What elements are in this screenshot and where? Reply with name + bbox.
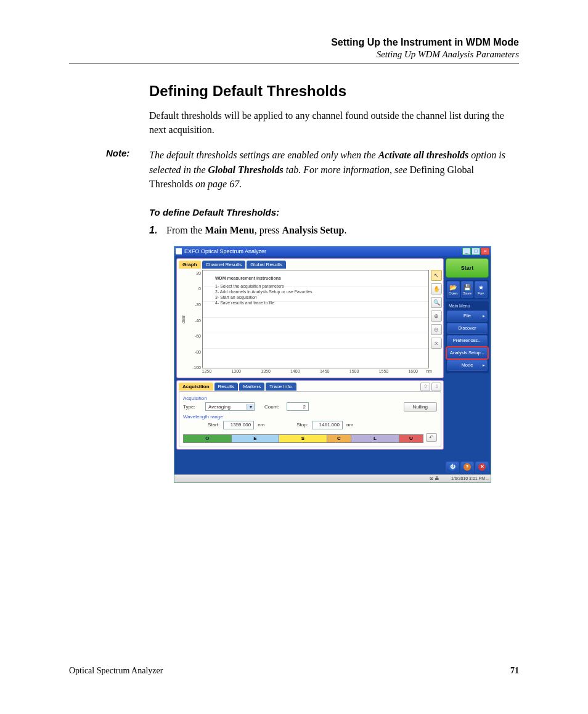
power-button[interactable]: ⏻ [446,461,459,473]
status-icon-print[interactable]: 🖶 [435,476,439,481]
star-icon: ★ [478,284,484,291]
xtick: 1400 [290,369,300,373]
screenshot-window: EXFO Optical Spectrum Analyzer _ □ × Gra… [174,246,491,483]
chevron-right-icon: ▸ [483,314,485,318]
file-action-bar: 📂Open 💾Save ★Fav. [446,280,489,299]
open-button[interactable]: 📂Open [447,281,460,298]
menu-mode[interactable]: Mode▸ [447,360,488,371]
note-bold: Global Thresholds [208,164,284,175]
start-button[interactable]: Start [446,258,489,278]
hand-tool-icon[interactable]: ✋ [431,283,442,294]
close-button[interactable]: × [481,248,489,255]
ytick: -40 [195,318,201,322]
zoom-tool-icon[interactable]: 🔍 [431,297,442,308]
tab-graph[interactable]: Graph [179,261,201,269]
note-text: tab. For more information, see [284,164,410,175]
stop-unit: nm [346,422,353,428]
main-menu-header: Main Menu [447,302,488,309]
marker-tool-icon[interactable]: ⨯ [431,338,442,349]
acquisition-group-label: Acquisition [183,396,437,401]
panel-down-icon[interactable]: ⇩ [431,383,441,391]
xtick: 1600 [408,369,418,373]
stop-label: Stop: [296,422,308,428]
tab-results[interactable]: Results [214,383,239,391]
x-axis-unit: nm [426,369,432,373]
tab-markers[interactable]: Markers [239,383,264,391]
tab-global-results[interactable]: Global Results [247,261,286,269]
start-input[interactable]: 1359.000 [223,421,254,429]
type-combo[interactable]: Averaging ▾ [205,402,255,411]
start-unit: nm [258,422,264,428]
y-axis-unit: dBm [179,270,187,368]
menu-file[interactable]: File▸ [447,310,488,322]
band-e[interactable]: E [232,434,280,443]
menu-discover[interactable]: Discover [447,323,488,334]
xtick: 1500 [349,369,359,373]
x-axis-ticks: 1250 1300 1350 1400 1450 1500 1550 1600 … [202,368,429,376]
xtick: 1550 [379,369,389,373]
band-l[interactable]: L [351,434,399,443]
nulling-button[interactable]: Nulling [404,402,437,412]
step-bold: Analysis Setup [282,225,345,235]
xtick: 1350 [261,369,271,373]
folder-open-icon: 📂 [449,284,457,291]
zoom-in-icon[interactable]: ⊕ [431,310,442,322]
help-button[interactable]: ? [460,461,474,473]
note-body: The default thresholds settings are enab… [149,148,519,191]
menu-analysis-setup[interactable]: Analysis Setup... [447,347,488,359]
exit-button[interactable]: ✕ [475,461,489,473]
window-title: EXFO Optical Spectrum Analyzer [184,248,266,254]
procedure-title: To define Default Thresholds: [149,207,519,217]
minimize-button[interactable]: _ [462,248,471,255]
footer-page-number: 71 [510,666,519,676]
status-timestamp: 1/6/2010 3:01 PM [451,476,485,481]
maximize-button[interactable]: □ [472,248,480,255]
undo-range-icon[interactable]: ↶ [426,433,437,442]
type-label: Type: [183,404,202,410]
tab-channel-results[interactable]: Channel Results [202,261,246,269]
step-text: . [344,225,346,235]
note-block: Note: The default thresholds settings ar… [106,148,519,191]
step-text: , press [255,225,282,235]
instr-line: 1- Select the acquisition parameters [215,283,312,289]
type-value: Averaging [206,404,233,410]
pointer-tool-icon[interactable]: ↖ [431,270,442,281]
save-label: Save [463,291,472,295]
status-icon-keyboard[interactable]: ⊠ [430,476,433,481]
app-icon [176,248,182,254]
step-1: 1. From the Main Menu, press Analysis Se… [149,225,519,236]
note-label: Note: [106,148,149,158]
favorites-button[interactable]: ★Fav. [475,281,488,298]
count-input[interactable]: 2 [287,402,309,411]
band-o[interactable]: O [183,434,232,443]
wavelength-range-label: Wavelength range [183,414,437,420]
tab-trace-info[interactable]: Trace Info. [266,383,296,391]
main-menu-panel: Main Menu File▸ Discover Preferences... … [446,301,489,373]
menu-file-label: File [463,313,471,318]
band-c[interactable]: C [327,434,351,443]
acquisition-panel: Acquisition Results Markers Trace Info. … [176,380,444,450]
tab-acquisition[interactable]: Acquisition [179,383,213,391]
chapter-title: Setting Up the Instrument in WDM Mode [69,37,519,48]
wavelength-band-bar[interactable]: O E S C L U [183,434,423,443]
panel-up-icon[interactable]: ⇧ [420,383,430,391]
band-s[interactable]: S [279,434,327,443]
stop-input[interactable]: 1461.000 [312,421,343,429]
intro-paragraph: Default thresholds will be applied to an… [149,108,519,137]
zoom-out-icon[interactable]: ⊖ [431,324,442,335]
ytick: 0 [198,286,201,291]
step-body: From the Main Menu, press Analysis Setup… [166,225,346,236]
status-bar: ⊠ 🖶 1/6/2010 3:01 PM .. [174,474,491,482]
menu-preferences[interactable]: Preferences... [447,335,488,346]
graph-plot-area[interactable]: WDM measurement instructions 1- Select t… [202,270,429,368]
y-axis-ticks: 20 0 -20 -40 -60 -80 -100 [187,270,202,368]
chevron-down-icon[interactable]: ▾ [247,404,254,410]
window-titlebar[interactable]: EXFO Optical Spectrum Analyzer _ □ × [174,246,491,256]
step-number: 1. [149,225,166,236]
section-subtitle: Setting Up WDM Analysis Parameters [69,49,519,60]
band-u[interactable]: U [399,434,423,443]
utility-button-bar: ⏻ ? ✕ [446,375,489,473]
chevron-right-icon: ▸ [483,363,485,368]
step-text: From the [166,225,205,235]
save-button[interactable]: 💾Save [461,281,474,298]
